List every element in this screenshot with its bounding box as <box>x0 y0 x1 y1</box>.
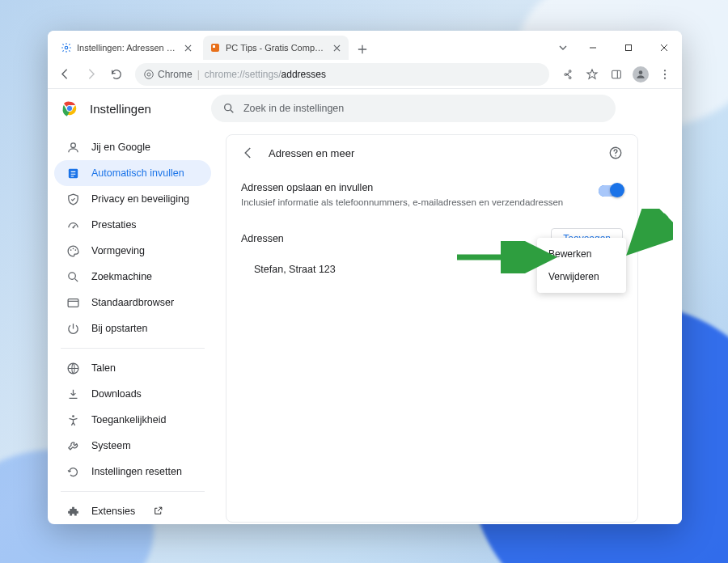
accessibility-icon <box>66 413 80 427</box>
sidebar-item-label: Downloads <box>91 388 142 400</box>
svg-point-18 <box>70 249 71 251</box>
power-icon <box>66 321 80 336</box>
sidebar-item-prestaties[interactable]: Prestaties <box>54 212 211 238</box>
svg-point-20 <box>74 249 76 251</box>
download-icon <box>66 387 80 401</box>
sidebar-item-privacy[interactable]: Privacy en beveiliging <box>54 186 211 212</box>
extension-icon <box>66 504 80 519</box>
sidebar-item-downloads[interactable]: Downloads <box>54 381 211 407</box>
browser-icon <box>66 295 80 310</box>
autofill-icon <box>66 166 80 180</box>
svg-rect-22 <box>68 298 78 307</box>
save-and-fill-section: Adressen opslaan en invullen Inclusief i… <box>226 171 637 220</box>
speed-icon <box>66 218 80 232</box>
url-text: chrome://settings/addresses <box>205 69 326 80</box>
sidebar-item-label: Zoekmachine <box>91 271 152 282</box>
wrench-icon <box>66 438 80 453</box>
sidebar-separator <box>61 491 205 492</box>
sidebar-item-vormgeving[interactable]: Vormgeving <box>54 238 211 264</box>
address-bar[interactable]: Chrome | chrome://settings/addresses <box>135 63 549 86</box>
menu-icon[interactable] <box>653 62 677 87</box>
chrome-chip: Chrome <box>143 69 193 80</box>
tab-settings[interactable]: Instellingen: Adressen en meer <box>54 36 200 60</box>
sidebar-item-jij-en-google[interactable]: Jij en Google <box>54 134 211 160</box>
sidebar-item-systeem[interactable]: Systeem <box>54 433 211 459</box>
svg-point-4 <box>145 70 154 78</box>
external-link-icon <box>153 506 164 517</box>
svg-point-5 <box>147 72 150 75</box>
svg-point-15 <box>70 142 75 147</box>
svg-point-19 <box>72 248 74 249</box>
sidebar-item-label: Instellingen resetten <box>91 466 182 477</box>
settings-body: Jij en GoogleAutomatisch invullenPrivacy… <box>48 128 682 524</box>
sidebar-item-label: Bij opstarten <box>91 323 147 334</box>
svg-point-17 <box>72 226 74 228</box>
sidebar-item-label: Jij en Google <box>91 142 150 153</box>
svg-point-7 <box>639 70 643 74</box>
sidebar-item-standaardbrowser[interactable]: Standaardbrowser <box>54 290 211 315</box>
toolbar: Chrome | chrome://settings/addresses <box>48 60 682 89</box>
svg-rect-2 <box>213 45 215 48</box>
save-fill-toggle[interactable] <box>599 185 623 197</box>
sidebar-item-zoekmachine[interactable]: Zoekmachine <box>54 264 211 290</box>
close-window-button[interactable] <box>646 36 682 60</box>
tab-pctips[interactable]: PC Tips - Gratis Computer Tips. I <box>203 36 349 60</box>
settings-sidebar: Jij en GoogleAutomatisch invullenPrivacy… <box>48 128 218 524</box>
page-title: Adressen en meer <box>269 147 595 159</box>
sidebar-item-automatisch-invullen[interactable]: Automatisch invullen <box>54 160 211 186</box>
sidebar-item-label: Extensies <box>91 506 135 517</box>
settings-card: Adressen en meer Adressen opslaan en inv… <box>226 134 638 523</box>
svg-rect-3 <box>626 45 632 51</box>
sidebar-item-label: Privacy en beveiliging <box>91 193 189 205</box>
menu-item-delete[interactable]: Verwijderen <box>537 265 626 288</box>
sidebar-item-label: Standaardbrowser <box>91 297 174 308</box>
minimize-button[interactable] <box>575 36 611 60</box>
profile-avatar[interactable] <box>629 62 653 87</box>
sidebar-item-label: Vormgeving <box>91 245 145 256</box>
save-fill-subtitle: Inclusief informatie als telefoonnummers… <box>241 196 589 209</box>
sidebar-item-bij-opstarten[interactable]: Bij opstarten <box>54 315 211 341</box>
sidebar-item-toegankelijkheid[interactable]: Toegankelijkheid <box>54 407 211 433</box>
window-controls <box>551 36 682 60</box>
svg-point-9 <box>664 73 666 74</box>
address-context-menu: Bewerken Verwijderen <box>537 238 626 293</box>
sidebar-item-talen[interactable]: Talen <box>54 355 211 381</box>
close-icon[interactable] <box>331 42 342 53</box>
palette-icon <box>66 243 80 258</box>
settings-search-input[interactable]: Zoek in de instellingen <box>211 95 616 122</box>
back-arrow-button[interactable] <box>238 142 259 163</box>
person-icon <box>66 140 80 155</box>
sidebar-item-label: Automatisch invullen <box>91 167 184 179</box>
settings-title: Instellingen <box>90 102 151 116</box>
reload-button[interactable] <box>104 62 129 87</box>
help-icon[interactable] <box>605 142 626 163</box>
titlebar: Instellingen: Adressen en meer PC Tips -… <box>48 31 682 60</box>
back-button[interactable] <box>53 62 77 87</box>
card-header: Adressen en meer <box>226 135 637 171</box>
close-icon[interactable] <box>182 42 193 53</box>
sidebar-item-extensies[interactable]: Extensies <box>54 498 211 524</box>
bookmark-icon[interactable] <box>580 62 604 87</box>
sidebar-item-label: Prestaties <box>91 219 137 231</box>
side-panel-icon[interactable] <box>604 62 629 87</box>
addresses-label: Adressen <box>241 233 551 244</box>
menu-item-edit[interactable]: Bewerken <box>537 243 626 265</box>
sidebar-item-label: Systeem <box>91 440 131 451</box>
sidebar-item-label: Talen <box>91 362 116 374</box>
settings-header: Instellingen Zoek in de instellingen <box>48 89 682 128</box>
search-icon <box>222 102 235 115</box>
share-icon[interactable] <box>556 62 580 87</box>
svg-point-10 <box>664 77 666 78</box>
maximize-button[interactable] <box>611 36 646 60</box>
sidebar-item-label: Toegankelijkheid <box>91 414 166 425</box>
sidebar-item-resetten[interactable]: Instellingen resetten <box>54 459 211 485</box>
new-tab-button[interactable] <box>352 39 373 60</box>
sidebar-separator <box>61 348 205 349</box>
shield-icon <box>66 192 80 206</box>
search-icon <box>66 269 80 284</box>
globe-icon <box>66 361 80 375</box>
gear-icon <box>61 42 72 53</box>
reset-icon <box>66 464 80 479</box>
forward-button[interactable] <box>78 62 103 87</box>
chevron-down-icon[interactable] <box>551 43 575 53</box>
